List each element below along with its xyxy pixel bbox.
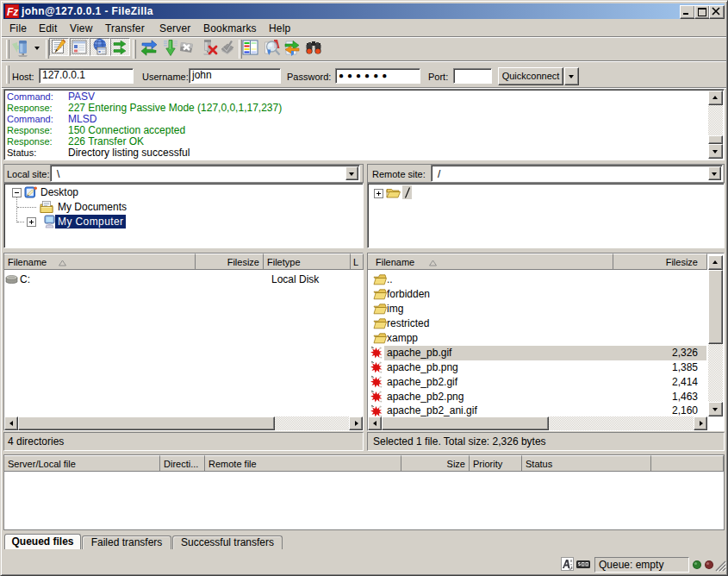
- svg-text:Fz: Fz: [7, 6, 18, 18]
